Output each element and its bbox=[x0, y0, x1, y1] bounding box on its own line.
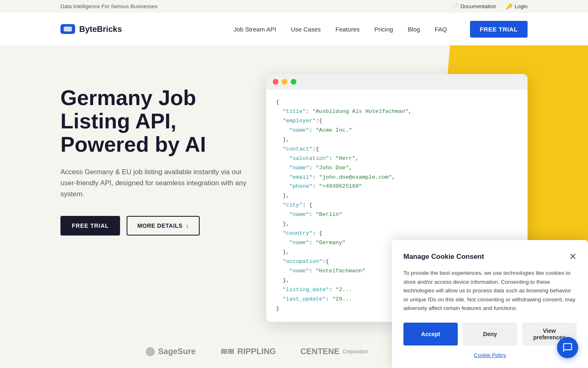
logo-rippling: ≋≋ RIPPLING bbox=[220, 346, 276, 357]
window-close-dot bbox=[273, 79, 278, 85]
nav-pricing[interactable]: Pricing bbox=[374, 26, 393, 33]
hero-subtitle: Access Germany & EU job listing availabl… bbox=[60, 166, 248, 200]
logo-text: ByteBricks bbox=[79, 25, 122, 34]
hero-left: Germany Job Listing API, Powered by AI A… bbox=[60, 70, 266, 236]
login-link[interactable]: 🔑 Login bbox=[506, 3, 528, 9]
cookie-body-text: To provide the best experiences, we use … bbox=[403, 269, 577, 313]
nav-blog[interactable]: Blog bbox=[408, 26, 420, 33]
nav-faq[interactable]: FAQ bbox=[435, 26, 447, 33]
cookie-title: Manage Cookie Consent bbox=[403, 253, 484, 261]
nav-free-trial-button[interactable]: FREE TRIAL bbox=[470, 21, 528, 38]
nav-use-cases[interactable]: Use Cases bbox=[291, 26, 321, 33]
logo-sagesure: SageSure bbox=[146, 347, 196, 356]
window-maximize-dot bbox=[291, 79, 296, 85]
chat-button[interactable] bbox=[557, 337, 578, 358]
hero-title: Germany Job Listing API, Powered by AI bbox=[60, 86, 266, 157]
navbar: ByteBricks Job Stream API Use Cases Feat… bbox=[0, 13, 588, 45]
hero-free-trial-button[interactable]: FREE TRIAL bbox=[60, 216, 120, 236]
window-minimize-dot bbox=[282, 79, 287, 85]
top-bar-tagline: Data Intelligence For Serious Businesses bbox=[60, 3, 158, 9]
cookie-policy-link[interactable]: Cookie Policy bbox=[403, 352, 577, 358]
cookie-deny-button[interactable]: Deny bbox=[463, 323, 517, 346]
cookie-accept-button[interactable]: Accept bbox=[403, 323, 458, 346]
hero-more-details-button[interactable]: MORE DETAILS ↓ bbox=[127, 216, 199, 236]
book-icon: 📄 bbox=[452, 3, 459, 9]
logo-icon bbox=[60, 24, 75, 34]
login-icon: 🔑 bbox=[506, 3, 512, 9]
cookie-actions: Accept Deny View preferences bbox=[403, 323, 577, 346]
docs-link[interactable]: 📄 Documentation bbox=[452, 3, 496, 9]
chat-icon bbox=[562, 342, 573, 353]
nav-features[interactable]: Features bbox=[336, 26, 360, 33]
logo-centene: CENTENE Corporation bbox=[301, 347, 368, 356]
nav-links: Job Stream API Use Cases Features Pricin… bbox=[234, 21, 528, 38]
arrow-down-icon: ↓ bbox=[186, 222, 189, 229]
cookie-header: Manage Cookie Consent ✕ bbox=[403, 251, 577, 262]
top-bar: Data Intelligence For Serious Businesses… bbox=[0, 0, 588, 13]
window-bar bbox=[266, 74, 528, 90]
sagesure-icon bbox=[146, 347, 155, 356]
nav-job-stream-api[interactable]: Job Stream API bbox=[234, 26, 276, 33]
logo[interactable]: ByteBricks bbox=[60, 24, 122, 34]
hero-buttons: FREE TRIAL MORE DETAILS ↓ bbox=[60, 216, 266, 236]
cookie-close-button[interactable]: ✕ bbox=[569, 251, 577, 262]
